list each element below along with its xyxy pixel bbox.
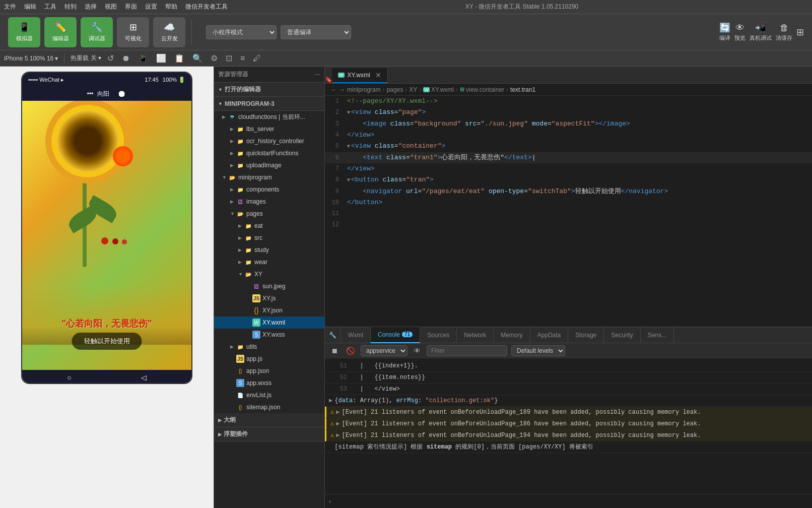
phone-home-btn[interactable]: ○: [67, 373, 71, 382]
appservice-select[interactable]: appservice: [361, 345, 408, 356]
clear-cache-btn[interactable]: 🗑 清缓存: [776, 23, 792, 42]
tree-xy-folder[interactable]: ▼ 📂 XY: [214, 268, 324, 280]
menu-item-wechat[interactable]: 微信开发者工具: [185, 3, 228, 11]
breadcrumb-text-tran1[interactable]: text.tran1: [510, 86, 535, 93]
toolbar-debugger-btn[interactable]: 🔧 调试器: [81, 17, 113, 47]
tree-app-js[interactable]: ▶ JS app.js: [214, 353, 324, 365]
breadcrumb-xy[interactable]: XY: [409, 86, 417, 93]
section-outline[interactable]: ▶ 大纲: [214, 413, 324, 427]
debug-tab-memory[interactable]: Memory: [494, 327, 530, 343]
section-miniprogram[interactable]: ▼ MINIPROGRAM-3: [214, 97, 324, 111]
search-btn[interactable]: 🔍: [190, 52, 205, 64]
tree-src[interactable]: ▶ 📁 src: [214, 232, 324, 244]
menu-item-tools[interactable]: 工具: [44, 3, 56, 11]
breadcrumb-pages[interactable]: pages: [387, 86, 403, 93]
tree-xy-js[interactable]: ▶ JS XY.js: [214, 292, 324, 304]
console-clear-btn[interactable]: 🚫: [344, 346, 357, 356]
toolbar-editor-btn[interactable]: ✏️ 编辑器: [44, 17, 77, 47]
debug-tab-console[interactable]: Console 71: [371, 327, 420, 343]
console-stop-btn[interactable]: ⏹: [329, 346, 340, 356]
phone-button-overlay[interactable]: 轻触以开始使用: [72, 333, 142, 350]
tree-sitemap[interactable]: ▶ {} sitemap.json: [214, 401, 324, 413]
tree-wear[interactable]: ▶ 📁 wear: [214, 256, 324, 268]
debug-tab-sens[interactable]: Sens...: [641, 327, 674, 343]
console-line-sitemap[interactable]: ▶ [sitemap 索引情况提示] 根据 sitemap 的规则[0]，当前页…: [325, 441, 812, 453]
section-open-editors[interactable]: ▼ 打开的编辑器: [214, 83, 324, 97]
tree-sun-jpeg[interactable]: ▶ 🖼 sun.jpeg: [214, 280, 324, 292]
breadcrumb-forward-icon[interactable]: →: [339, 86, 345, 93]
breadcrumb-back-icon[interactable]: ←: [331, 86, 337, 93]
tree-pages[interactable]: ▼ 📂 pages: [214, 208, 324, 220]
compile-btn[interactable]: 🔄 编译: [719, 22, 730, 42]
console-line-warn2[interactable]: ⚠ ▶ [Event] 21 listeners of event onBefo…: [325, 418, 812, 430]
phone-back-btn[interactable]: ◁: [141, 373, 147, 382]
explorer-more-icon[interactable]: ⋯: [314, 71, 320, 78]
menu-item-interface[interactable]: 界面: [125, 3, 137, 11]
settings-btn[interactable]: ⚙: [209, 52, 220, 64]
tree-eat[interactable]: ▶ 📁 eat: [214, 220, 324, 232]
mode-select[interactable]: 小程序模式: [206, 25, 277, 39]
tree-app-wxss[interactable]: ▶ S app.wxss: [214, 377, 324, 389]
refresh-btn[interactable]: ↺: [105, 52, 116, 64]
layers-btn[interactable]: ⊞: [796, 27, 804, 38]
tree-envlist[interactable]: ▶ 📄 envList.js: [214, 389, 324, 401]
section-floating-plugin[interactable]: ▶ 浮塑插件: [214, 427, 324, 441]
screen-btn[interactable]: ⬜: [154, 52, 168, 64]
copy-btn[interactable]: 📋: [172, 52, 186, 64]
debug-tab-network[interactable]: Network: [457, 327, 494, 343]
console-eye-btn[interactable]: 👁: [412, 346, 423, 356]
breadcrumb-miniprogram[interactable]: miniprogram: [347, 86, 381, 93]
menu-item-goto[interactable]: 转到: [64, 3, 77, 11]
debug-tab-security[interactable]: Security: [604, 327, 640, 343]
tree-app-json[interactable]: ▶ {} app.json: [214, 365, 324, 377]
compile-select[interactable]: 普通编译: [281, 25, 351, 39]
console-line-warn3[interactable]: ⚠ ▶ [Event] 21 listeners of event onBefo…: [325, 430, 812, 441]
console-filter-input[interactable]: [427, 345, 507, 356]
tree-miniprogram-folder[interactable]: ▼ 📂 miniprogram: [214, 171, 324, 183]
debug-tab-appdata[interactable]: AppData: [530, 327, 569, 343]
tree-quickstart[interactable]: ▶ 📁 quickstartFunctions: [214, 147, 324, 159]
bookmark-icon[interactable]: 🔖: [325, 76, 332, 83]
hotreload-label[interactable]: 热重载 关 ▾: [71, 54, 101, 62]
menu-item-settings[interactable]: 设置: [145, 3, 157, 11]
tree-study[interactable]: ▶ 📁 study: [214, 244, 324, 256]
tree-images[interactable]: ▶ 🖼 images: [214, 196, 324, 208]
phone-btn[interactable]: 📱: [136, 52, 150, 64]
record-btn[interactable]: ⏺: [120, 53, 132, 64]
pen-btn[interactable]: 🖊: [251, 53, 263, 64]
menu-item-select[interactable]: 选择: [85, 3, 97, 11]
debug-tab-devtools[interactable]: 🔧: [325, 327, 341, 343]
toolbar-visualize-btn[interactable]: ⊞ 可视化: [117, 17, 149, 47]
breadcrumb-xy-wxml-file[interactable]: WXY.wxml: [423, 86, 454, 93]
tree-cloudfunctions[interactable]: ▶ 🌩 cloudfunctions | 当前环...: [214, 111, 324, 123]
device-label[interactable]: iPhone 5 100% 16 ▾: [4, 55, 58, 62]
tab-xy-wxml[interactable]: W XY.wxml ✕: [332, 68, 388, 83]
tree-xy-wxss[interactable]: ▶ S XY.wxss: [214, 329, 324, 341]
menu-item-edit[interactable]: 编辑: [24, 3, 36, 11]
code-editor[interactable]: 1 <!--pages/XY/XY.wxml--> 2 ▼<view class…: [325, 96, 812, 327]
menu-item-file[interactable]: 文件: [4, 3, 16, 11]
tab-close-icon[interactable]: ✕: [375, 71, 381, 79]
tree-lbs-server[interactable]: ▶ 📁 lbs_server: [214, 123, 324, 135]
tree-uploadimage[interactable]: ▶ 📁 uploadImage: [214, 159, 324, 171]
tree-utils[interactable]: ▶ 📁 utils: [214, 341, 324, 353]
tree-xy-wxml[interactable]: ▶ W XY.wxml: [214, 316, 324, 329]
real-machine-btn[interactable]: 📲 真机调试: [750, 22, 772, 42]
breadcrumb-view-container[interactable]: ⊞view.container: [460, 86, 504, 93]
toolbar-simulator-btn[interactable]: 📱 模拟器: [8, 17, 40, 47]
tree-ocr[interactable]: ▶ 📁 ocr_history_controller: [214, 135, 324, 147]
tree-components[interactable]: ▶ 📁 components: [214, 183, 324, 196]
menu-item-help[interactable]: 帮助: [165, 3, 177, 11]
toolbar-cloud-btn[interactable]: ☁️ 云开发: [153, 17, 185, 47]
menu-item-view[interactable]: 视图: [105, 3, 117, 11]
tree-xy-json[interactable]: ▶ {} XY.json: [214, 304, 324, 316]
menu-btn[interactable]: ≡: [238, 53, 247, 64]
debug-tab-wxml[interactable]: Wxml: [341, 327, 371, 343]
preview-btn[interactable]: 👁 预览: [734, 23, 746, 42]
debug-tab-storage[interactable]: Storage: [568, 327, 604, 343]
debug-tab-sources[interactable]: Sources: [420, 327, 457, 343]
console-line-data[interactable]: ▶ {data: Array(1), errMsg: "collection.g…: [325, 395, 812, 407]
console-line-warn1[interactable]: ⚠ ▶ [Event] 21 listeners of event onBefo…: [325, 407, 812, 418]
log-level-select[interactable]: Default levels: [511, 345, 565, 356]
console-input[interactable]: [335, 498, 808, 505]
